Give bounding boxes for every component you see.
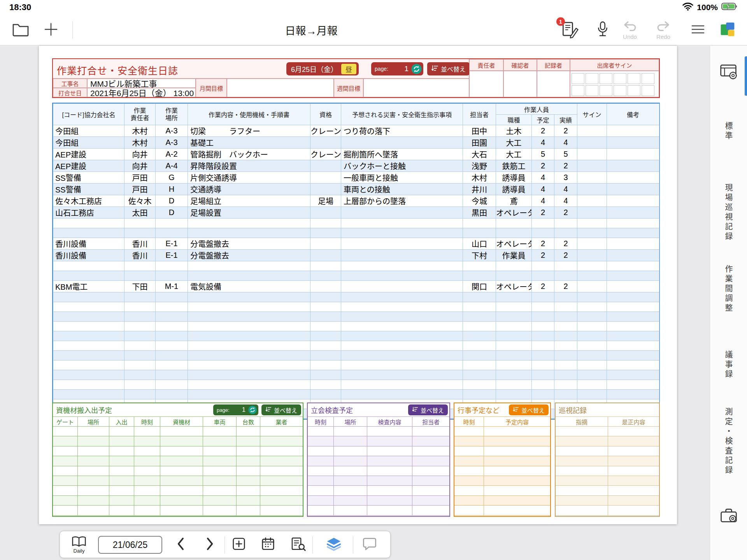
empty-row[interactable] xyxy=(454,476,550,486)
work-cell[interactable] xyxy=(607,360,659,370)
work-cell[interactable] xyxy=(554,351,577,360)
work-cell[interactable] xyxy=(607,238,659,250)
work-cell[interactable]: 山石工務店 xyxy=(53,207,124,219)
work-cell[interactable] xyxy=(496,219,532,228)
work-cell[interactable] xyxy=(156,341,188,351)
work-cell[interactable]: 今田組 xyxy=(53,125,124,137)
work-cell[interactable] xyxy=(310,184,341,195)
sign-cell[interactable] xyxy=(586,73,598,84)
undo-button[interactable]: Undo xyxy=(622,20,637,40)
empty-row[interactable] xyxy=(308,506,449,515)
work-cell[interactable] xyxy=(341,341,463,351)
empty-cell[interactable] xyxy=(78,466,109,476)
empty-row[interactable] xyxy=(454,436,550,446)
work-cell[interactable]: 5 xyxy=(532,149,554,160)
work-cell[interactable]: 分電盤撤去 xyxy=(188,238,310,250)
work-cell[interactable] xyxy=(607,261,659,271)
empty-cell[interactable] xyxy=(53,496,78,505)
work-cell[interactable] xyxy=(577,207,607,219)
work-cell[interactable]: 2 xyxy=(532,207,554,219)
empty-cell[interactable] xyxy=(308,436,334,446)
work-row[interactable] xyxy=(53,219,659,228)
work-cell[interactable] xyxy=(341,292,463,302)
work-cell[interactable]: バックホーと接触 xyxy=(341,160,463,172)
empty-cell[interactable] xyxy=(308,446,334,456)
work-cell[interactable] xyxy=(53,302,124,312)
empty-cell[interactable] xyxy=(134,496,160,505)
work-cell[interactable]: 作業員 xyxy=(496,250,532,261)
work-row[interactable]: 佐々木工務店佐々木D足場組立足場上層部からの墜落今城鳶44 xyxy=(53,195,659,207)
work-cell[interactable] xyxy=(463,390,496,399)
work-cell[interactable] xyxy=(554,261,577,271)
empty-cell[interactable] xyxy=(556,456,608,466)
empty-cell[interactable] xyxy=(367,456,412,466)
work-cell[interactable]: 戸田 xyxy=(124,172,156,184)
empty-cell[interactable] xyxy=(556,506,608,515)
work-cell[interactable] xyxy=(607,341,659,351)
work-row[interactable] xyxy=(53,292,659,302)
work-cell[interactable]: クレーン運転 xyxy=(310,149,341,160)
empty-cell[interactable] xyxy=(237,466,260,476)
work-cell[interactable] xyxy=(532,331,554,341)
work-cell[interactable] xyxy=(577,390,607,399)
work-cell[interactable] xyxy=(577,261,607,271)
empty-cell[interactable] xyxy=(237,476,260,485)
work-cell[interactable] xyxy=(341,271,463,281)
empty-cell[interactable] xyxy=(367,476,412,485)
empty-cell[interactable] xyxy=(260,436,303,446)
work-cell[interactable] xyxy=(607,281,659,292)
empty-cell[interactable] xyxy=(134,456,160,466)
work-cell[interactable] xyxy=(156,322,188,331)
work-cell[interactable] xyxy=(310,160,341,172)
work-cell[interactable]: 木村 xyxy=(124,125,156,137)
empty-cell[interactable] xyxy=(203,456,237,466)
empty-cell[interactable] xyxy=(454,486,484,495)
work-cell[interactable]: H xyxy=(156,184,188,195)
work-cell[interactable] xyxy=(341,351,463,360)
empty-cell[interactable] xyxy=(109,496,134,505)
work-cell[interactable] xyxy=(188,312,310,322)
empty-cell[interactable] xyxy=(334,476,367,485)
empty-row[interactable] xyxy=(454,496,550,506)
empty-cell[interactable] xyxy=(334,427,367,436)
work-cell[interactable] xyxy=(53,292,124,302)
work-cell[interactable] xyxy=(310,292,341,302)
work-cell[interactable] xyxy=(310,271,341,281)
empty-row[interactable] xyxy=(53,506,303,515)
empty-row[interactable] xyxy=(308,486,449,495)
next-day-button[interactable] xyxy=(206,537,214,552)
work-cell[interactable] xyxy=(496,312,532,322)
work-cell[interactable]: M-1 xyxy=(156,281,188,292)
search-form-button[interactable] xyxy=(290,537,306,553)
work-cell[interactable]: 誘導員 xyxy=(496,184,532,195)
prev-day-button[interactable] xyxy=(177,537,185,552)
work-cell[interactable] xyxy=(188,351,310,360)
work-cell[interactable] xyxy=(607,370,659,380)
sidebar-item-measurement-inspection[interactable]: 測定・検査記録 xyxy=(723,408,734,476)
work-cell[interactable]: 5 xyxy=(554,149,577,160)
work-cell[interactable] xyxy=(310,390,341,399)
work-cell[interactable] xyxy=(607,390,659,399)
empty-cell[interactable] xyxy=(367,506,412,515)
work-cell[interactable]: SS警備 xyxy=(53,184,124,195)
daily-view-button[interactable]: Daily xyxy=(71,536,87,554)
empty-cell[interactable] xyxy=(203,436,237,446)
work-cell[interactable] xyxy=(53,228,124,238)
empty-cell[interactable] xyxy=(367,486,412,495)
work-cell[interactable]: 交通誘導 xyxy=(188,184,310,195)
work-cell[interactable] xyxy=(607,380,659,390)
work-cell[interactable] xyxy=(188,380,310,390)
empty-cell[interactable] xyxy=(134,427,160,436)
work-cell[interactable] xyxy=(156,228,188,238)
sign-cell[interactable] xyxy=(614,85,626,96)
work-cell[interactable] xyxy=(124,261,156,271)
empty-row[interactable] xyxy=(53,456,303,466)
work-cell[interactable] xyxy=(496,390,532,399)
work-cell[interactable] xyxy=(188,331,310,341)
work-cell[interactable] xyxy=(607,184,659,195)
work-cell[interactable] xyxy=(577,322,607,331)
empty-cell[interactable] xyxy=(608,506,659,515)
calendar-button[interactable] xyxy=(261,537,275,553)
empty-cell[interactable] xyxy=(160,466,203,476)
sign-cell[interactable] xyxy=(600,85,612,96)
